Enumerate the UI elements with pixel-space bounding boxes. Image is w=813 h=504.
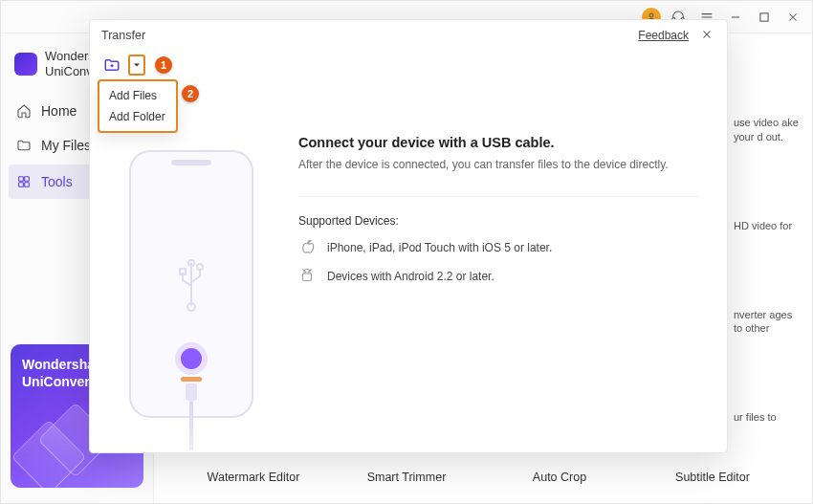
app-window: Wondershare UniConverter Home My Files T… [0,0,813,504]
tool-auto-crop[interactable]: Auto Crop [489,471,630,495]
supported-ios-row: iPhone, iPad, iPod Touch with iOS 5 or l… [298,239,698,256]
hint-1: use video ake your d out. [728,110,804,150]
connect-title: Connect your device with a USB cable. [298,135,698,150]
tools-icon [16,174,32,189]
hint-3: nverter ages to other [728,302,804,342]
tool-smart-trimmer[interactable]: Smart Trimmer [336,471,477,495]
tools-row: Watermark Editor Smart Trimmer Auto Crop… [154,465,812,503]
hint-4: ur files to [728,405,804,430]
supported-title: Supported Devices: [298,214,698,228]
folder-plus-icon [103,56,121,74]
home-icon [16,103,32,119]
supported-android-text: Devices with Android 2.2 or later. [327,270,494,283]
add-button[interactable] [101,55,122,76]
svg-point-0 [649,13,653,17]
android-icon [298,268,316,285]
annotation-badge-2: 2 [182,85,199,102]
background-hints: use video ake your d out. HD video for n… [728,110,804,430]
modal-close-button[interactable] [700,28,715,43]
svg-rect-12 [303,274,312,281]
chevron-down-icon [132,60,142,70]
nav-home-label: Home [41,103,77,119]
connect-sub: After the device is connected, you can t… [298,158,698,171]
svg-rect-4 [19,177,24,182]
supported-android-row: Devices with Android 2.2 or later. [298,268,698,285]
svg-rect-5 [25,177,30,182]
apple-icon [298,239,316,256]
svg-point-14 [308,272,309,273]
svg-rect-9 [180,269,186,274]
feedback-link[interactable]: Feedback [638,29,689,42]
device-illustration [115,99,268,439]
add-dropdown-menu: Add Files Add Folder [98,79,178,133]
tool-subtitle-editor[interactable]: Subtitle Editor [642,471,783,495]
svg-point-10 [197,264,203,270]
add-dropdown-toggle[interactable] [128,55,145,76]
transfer-modal: Transfer Feedback 1 Add Files Add Folder… [89,19,728,453]
brand-logo-icon [14,53,37,76]
svg-rect-6 [19,183,24,187]
hint-2: HD video for [728,213,804,239]
modal-header: Transfer Feedback [90,20,727,51]
modal-toolbar: 1 Add Files Add Folder 2 [90,51,727,76]
svg-rect-7 [25,183,30,187]
modal-body: Connect your device with a USB cable. Af… [90,76,727,450]
phone-port-icon [169,348,213,450]
divider [298,196,698,197]
svg-point-13 [305,272,306,273]
folder-icon [16,138,32,153]
tool-watermark[interactable]: Watermark Editor [183,471,324,495]
modal-info: Connect your device with a USB cable. Af… [298,99,702,439]
nav-myfiles-label: My Files [41,138,91,153]
window-close-icon[interactable] [781,6,804,29]
annotation-badge-1: 1 [155,56,172,74]
dropdown-add-folder[interactable]: Add Folder [99,106,176,127]
dropdown-add-files[interactable]: Add Files [99,85,176,106]
nav-tools-label: Tools [41,174,73,189]
usb-icon [172,257,210,318]
modal-title: Transfer [101,29,145,42]
window-maximize-icon[interactable] [753,6,776,29]
supported-ios-text: iPhone, iPad, iPod Touch with iOS 5 or l… [327,241,552,254]
svg-rect-3 [760,12,768,20]
